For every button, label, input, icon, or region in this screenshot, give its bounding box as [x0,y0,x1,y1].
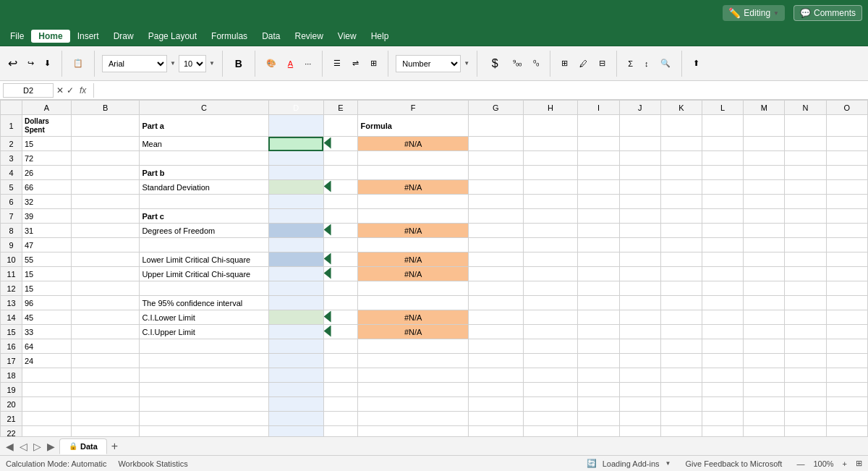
cell-n3[interactable] [785,151,826,166]
cell-l2[interactable] [702,137,744,151]
cell-f11[interactable]: #N/A [358,267,468,281]
cell-f4[interactable] [358,166,468,180]
cell-k13[interactable] [660,296,702,310]
row-header-16[interactable]: 16 [1,339,22,354]
cell-b1[interactable] [71,115,139,137]
cell-f14[interactable]: #N/A [358,310,468,325]
conditional-format-button[interactable]: ⊟ [595,56,609,70]
cell-c9[interactable] [140,238,268,253]
row-header-1[interactable]: 1 [1,115,22,137]
row-header-17[interactable]: 17 [1,354,22,368]
workbook-stats-button[interactable]: Workbook Statistics [118,459,187,468]
cell-b4[interactable] [71,166,139,180]
cell-d3[interactable] [268,151,323,166]
cell-j8[interactable] [619,224,660,238]
cell-h5[interactable] [523,180,578,195]
row-header-4[interactable]: 4 [1,166,22,180]
cell-e17[interactable] [323,354,358,368]
font-family-dropdown[interactable]: ▼ [170,60,176,67]
quick-access-button[interactable]: ⬇ [41,56,54,70]
cell-c7[interactable]: Part c [140,209,268,224]
cell-h16[interactable] [523,339,578,354]
cell-n13[interactable] [785,296,826,310]
cell-m16[interactable] [744,339,785,354]
cell-b7[interactable] [71,209,139,224]
wrap-button[interactable]: ⇌ [349,56,362,70]
cell-h9[interactable] [523,238,578,253]
menu-data[interactable]: Data [255,30,287,43]
fill-color-button[interactable]: 🎨 [263,56,280,70]
number-format-dropdown[interactable]: ▼ [464,60,469,67]
cell-f8[interactable]: #N/A [358,224,468,238]
cell-n10[interactable] [785,253,826,267]
col-header-m[interactable]: M [744,101,785,115]
menu-draw[interactable]: Draw [106,30,141,43]
cell-o12[interactable] [826,281,867,296]
cell-m2[interactable] [744,137,785,151]
cell-l9[interactable] [702,238,744,253]
row-header-19[interactable]: 19 [1,383,22,397]
cell-o4[interactable] [826,166,867,180]
cell-e9[interactable] [323,238,358,253]
cell-k6[interactable] [660,195,702,209]
editing-button[interactable]: ✏️ Editing ▼ [723,5,785,21]
cell-j11[interactable] [619,267,660,281]
cell-b16[interactable] [71,339,139,354]
cell-d6[interactable] [268,195,323,209]
cell-g15[interactable] [468,325,523,339]
tab-nav-right[interactable]: ▷ [30,439,44,454]
cell-g5[interactable] [468,180,523,195]
font-family-select[interactable]: Arial [102,55,167,72]
cell-i8[interactable] [578,224,619,238]
cell-d11[interactable] [268,267,323,281]
cell-g17[interactable] [468,354,523,368]
cell-l14[interactable] [702,310,744,325]
cell-m4[interactable] [744,166,785,180]
cell-c3[interactable] [140,151,268,166]
cell-f6[interactable] [358,195,468,209]
row-header-12[interactable]: 12 [1,281,22,296]
row-header-6[interactable]: 6 [1,195,22,209]
undo-button[interactable]: ↩ [4,54,21,72]
menu-file[interactable]: File [3,30,31,43]
col-header-b[interactable]: B [71,101,139,115]
cell-b17[interactable] [71,354,139,368]
col-header-j[interactable]: J [619,101,660,115]
cell-a4[interactable]: 26 [22,166,72,180]
cell-c12[interactable] [140,281,268,296]
cell-l13[interactable] [702,296,744,310]
cell-o11[interactable] [826,267,867,281]
row-header-14[interactable]: 14 [1,310,22,325]
loading-dropdown[interactable]: ▼ [665,460,671,467]
cell-l3[interactable] [702,151,744,166]
cell-o16[interactable] [826,339,867,354]
cell-b3[interactable] [71,151,139,166]
cell-e5[interactable] [323,180,358,195]
cell-i1[interactable] [578,115,619,137]
cell-k10[interactable] [660,253,702,267]
currency-button[interactable]: $ [485,54,505,74]
cell-o10[interactable] [826,253,867,267]
cell-b14[interactable] [71,310,139,325]
row-header-11[interactable]: 11 [1,267,22,281]
cell-m11[interactable] [744,267,785,281]
col-header-e[interactable]: E [323,101,358,115]
cell-i16[interactable] [578,339,619,354]
cell-k9[interactable] [660,238,702,253]
cell-h2[interactable] [523,137,578,151]
cell-l5[interactable] [702,180,744,195]
tab-prev-button[interactable]: ◀ [3,439,17,454]
cell-d7[interactable] [268,209,323,224]
cell-d1[interactable] [268,115,323,137]
cell-f9[interactable] [358,238,468,253]
cell-g4[interactable] [468,166,523,180]
row-header-21[interactable]: 21 [1,412,22,426]
font-color-button[interactable]: A [284,57,297,70]
cell-l12[interactable] [702,281,744,296]
cell-d15[interactable] [268,325,323,339]
cell-l1[interactable] [702,115,744,137]
cell-n14[interactable] [785,310,826,325]
cell-b12[interactable] [71,281,139,296]
cell-g13[interactable] [468,296,523,310]
zoom-out-button[interactable]: — [796,459,804,468]
